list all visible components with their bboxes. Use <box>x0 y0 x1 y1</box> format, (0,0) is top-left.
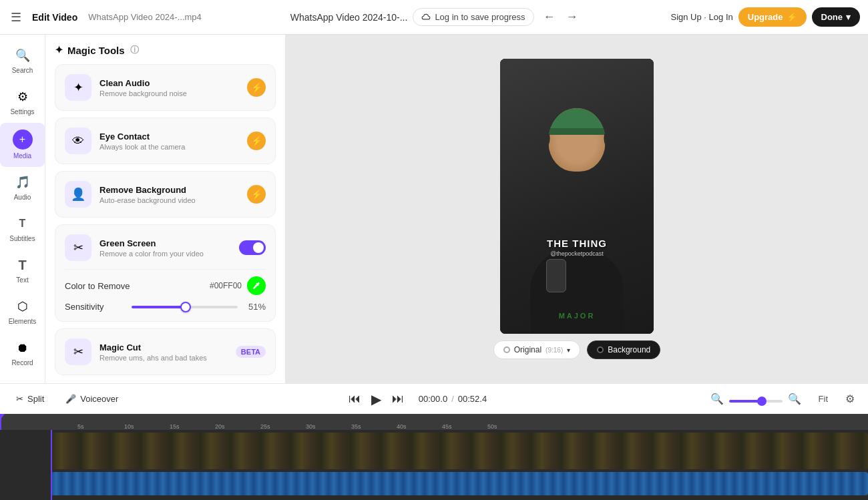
topbar-right: Sign Up · Log In Upgrade ⚡ Done ▾ <box>670 7 860 27</box>
sidebar-label-search: Search <box>12 67 33 75</box>
save-progress-button[interactable]: Log in to save progress <box>413 8 533 26</box>
aspect-ratio: (9:16) <box>546 346 563 354</box>
toggle-thumb <box>253 242 264 253</box>
shirt-text: MAJOR <box>559 312 596 320</box>
elements-icon: ⬡ <box>14 298 31 315</box>
fast-forward-button[interactable]: ⏭ <box>388 389 408 409</box>
sidebar-item-record[interactable]: ⏺ Record <box>0 332 45 374</box>
video-name: WhatsApp Video 2024-10-... <box>290 12 408 23</box>
audio-waveform <box>51 472 868 495</box>
color-remove-label: Color to Remove <box>65 281 210 291</box>
voiceover-button[interactable]: 🎤 Voiceover <box>60 391 124 407</box>
fit-button[interactable]: Fit <box>815 391 832 407</box>
eyedropper-icon <box>252 281 261 290</box>
sidebar-item-text[interactable]: T Text <box>0 250 45 291</box>
total-time: 00:52.4 <box>458 394 487 404</box>
split-label: Split <box>27 394 44 404</box>
original-dot <box>503 346 510 353</box>
redo-button[interactable]: → <box>562 7 582 27</box>
playhead-head <box>0 414 5 419</box>
play-button[interactable]: ▶ <box>367 389 385 410</box>
magic-cut-badge: BETA <box>236 346 266 358</box>
green-screen-row: ✂ Green Screen Remove a color from your … <box>65 234 266 261</box>
signup-link[interactable]: Sign Up <box>670 12 701 22</box>
sidebar: 🔍 Search ⚙ Settings + Media 🎵 Audio T Su… <box>0 35 45 383</box>
eye-contact-name: Eye Contact <box>99 132 239 142</box>
audio-strip[interactable] <box>51 472 868 495</box>
login-link[interactable]: Log In <box>709 12 733 22</box>
video-strip-inner <box>51 433 868 469</box>
ruler-mark-5s: 5s <box>77 423 84 430</box>
video-preview-wrap: THE THING @thepocketpodcast MAJOR Origin… <box>493 59 661 359</box>
remove-background-badge[interactable]: ⚡ <box>247 185 266 204</box>
eye-contact-card[interactable]: 👁 Eye Contact Always look at the camera … <box>55 117 276 164</box>
split-icon: ✂ <box>16 394 23 404</box>
sidebar-item-media[interactable]: + Media <box>0 123 45 167</box>
timeline-ruler: 5s 10s 15s 20s 25s 30s 35s 40s 45s 50s <box>0 414 868 430</box>
upgrade-label: Upgrade <box>748 12 783 22</box>
rewind-button[interactable]: ⏮ <box>345 389 365 409</box>
playhead-line <box>0 414 1 430</box>
person-body <box>530 247 624 334</box>
playback-controls: ⏮ ▶ ⏭ <box>345 389 408 410</box>
done-chevron-icon: ▾ <box>846 12 851 22</box>
microphone <box>546 259 566 292</box>
sidebar-label-media: Media <box>13 152 31 160</box>
done-label: Done <box>821 12 843 22</box>
original-chevron: ▾ <box>567 346 570 354</box>
auth-links: Sign Up · Log In <box>670 12 732 22</box>
sidebar-item-elements[interactable]: ⬡ Elements <box>0 291 45 332</box>
hat-brim <box>549 128 606 135</box>
green-screen-toggle[interactable] <box>239 240 266 255</box>
sidebar-item-transitions[interactable]: ⊕ Transitions <box>0 374 45 383</box>
original-label: Original <box>514 345 541 354</box>
video-track <box>0 430 868 500</box>
sensitivity-label: Sensitivity <box>65 302 125 312</box>
green-screen-desc: Remove a color from your video <box>99 250 231 258</box>
done-button[interactable]: Done ▾ <box>812 7 861 27</box>
clean-audio-badge[interactable]: ⚡ <box>247 78 266 97</box>
background-view-button[interactable]: Background <box>587 340 660 359</box>
sidebar-item-subtitles[interactable]: T Subtitles <box>0 208 45 250</box>
ruler-mark-15s: 15s <box>170 423 180 430</box>
sidebar-item-settings[interactable]: ⚙ Settings <box>0 81 45 123</box>
current-time: 00:00.0 <box>419 394 447 404</box>
sidebar-label-text: Text <box>16 276 28 284</box>
ruler-mark-50s: 50s <box>487 423 497 430</box>
sensitivity-slider[interactable] <box>132 306 238 308</box>
original-view-button[interactable]: Original (9:16) ▾ <box>493 340 580 359</box>
sidebar-label-subtitles: Subtitles <box>9 235 35 243</box>
magic-cut-card[interactable]: ✂ Magic Cut Remove ums, ahs and bad take… <box>55 328 276 375</box>
sidebar-label-settings: Settings <box>10 108 34 116</box>
zoom-out-button[interactable]: 🔍 <box>708 390 726 408</box>
menu-icon[interactable]: ☰ <box>8 7 24 27</box>
video-title: THE THING <box>500 238 654 249</box>
color-swatch[interactable] <box>247 276 266 295</box>
split-button[interactable]: ✂ Split <box>11 391 49 407</box>
person-head <box>549 108 606 172</box>
sensitivity-value: 51% <box>244 302 266 312</box>
undo-button[interactable]: ← <box>539 7 560 27</box>
remove-background-card[interactable]: 👤 Remove Background Auto-erase backgroun… <box>55 171 276 218</box>
ruler-mark-40s: 40s <box>397 423 407 430</box>
eye-contact-badge[interactable]: ⚡ <box>247 132 266 150</box>
sidebar-item-audio[interactable]: 🎵 Audio <box>0 167 45 208</box>
upgrade-icon: ⚡ <box>787 12 797 22</box>
ruler-mark-10s: 10s <box>124 423 134 430</box>
background-dot <box>597 346 604 353</box>
video-strip[interactable] <box>51 433 868 469</box>
zoom-in-button[interactable]: 🔍 <box>785 390 804 408</box>
magic-tools-title: Magic Tools <box>67 45 125 56</box>
timeline-playhead <box>51 430 52 500</box>
topbar-filename: WhatsApp Video 2024-...mp4 <box>88 12 202 22</box>
sidebar-label-elements: Elements <box>9 318 37 326</box>
zoom-slider[interactable] <box>729 400 783 403</box>
upgrade-button[interactable]: Upgrade ⚡ <box>738 7 807 27</box>
timeline-settings-button[interactable]: ⚙ <box>843 390 857 408</box>
undo-redo-group: ← → <box>539 7 582 27</box>
cloud-icon <box>421 13 431 22</box>
clean-audio-info: Clean Audio Remove background noise <box>99 78 239 97</box>
clean-audio-card[interactable]: ✦ Clean Audio Remove background noise ⚡ <box>55 64 276 111</box>
voiceover-label: Voiceover <box>80 394 118 404</box>
sidebar-item-search[interactable]: 🔍 Search <box>0 40 45 81</box>
